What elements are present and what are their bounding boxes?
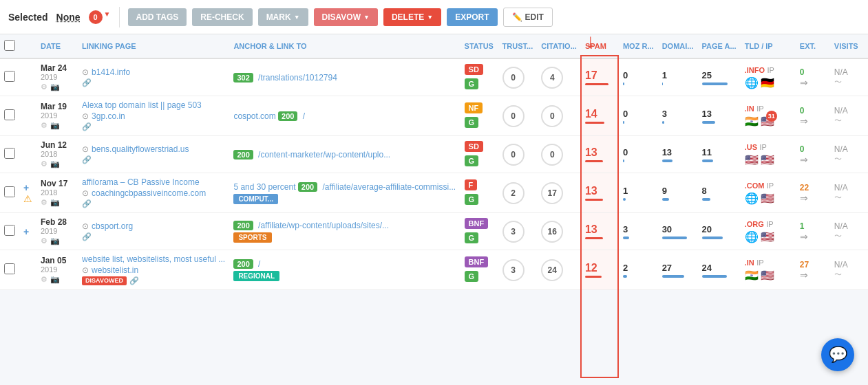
anchor-path[interactable]: /content-marketer/wp-content/uplo... [258,150,390,160]
camera-icon[interactable]: 📷 [50,82,60,91]
row-checkbox[interactable] [4,263,15,274]
tld-ip-label: IP [767,182,774,190]
settings-icon[interactable]: ⚙ [41,160,47,168]
status-top-badge: F [465,179,494,192]
date-year: 2019 [41,73,74,81]
camera-icon[interactable]: 📷 [50,275,60,284]
visits-column-header[interactable]: VISITS [830,34,868,58]
date-cell: Feb 28 2019 ⚙ 📷 [36,213,78,250]
chevron-down-icon[interactable]: ▼ [104,10,111,24]
trust-cell: 3 [498,250,538,290]
ext-value: 22 [800,183,809,192]
checkbox-all-header[interactable] [0,34,19,58]
row-checkbox-cell[interactable] [0,96,19,136]
flag2-icon: 🇺🇸 [761,230,774,243]
page-column-header[interactable]: PAGE A... [698,34,741,58]
date-column-header[interactable]: DATE [36,34,78,58]
export-button[interactable]: EXPORT [447,8,497,26]
camera-icon[interactable]: 📷 [50,236,60,245]
anchor-link[interactable]: 5 and 30 percent [233,182,295,192]
page-bar [702,275,727,278]
date-year: 2019 [41,111,74,120]
spam-column-header[interactable]: SPAM ↓ [581,34,619,58]
plus-expand-button[interactable]: + [23,182,29,193]
settings-icon[interactable]: ⚙ [41,82,47,91]
settings-icon[interactable]: ⚙ [41,198,47,207]
trend-indicator: 〜 [834,154,864,164]
ext-column-header[interactable]: EXT. [796,34,830,58]
linking-page-link[interactable]: websitelist.in [92,265,138,275]
anchor-path[interactable]: /translations/1012794 [258,73,337,82]
edit-button[interactable]: ✏️ EDIT [503,8,553,27]
camera-icon[interactable]: 📷 [50,160,60,168]
row-checkbox[interactable] [4,71,15,82]
external-link-icon[interactable]: 🔗 [82,155,92,164]
linking-page-row: ⊙ websitelist.in [82,265,225,275]
row-expander-cell: + [19,213,36,250]
external-link-icon[interactable]: 🔗 [82,199,92,208]
linking-page-row: ⊙ bens.qualityflowerstriad.us [82,144,225,154]
moz-bar [623,198,626,201]
citation-column-header[interactable]: CITATIO... [537,34,581,58]
tld-column-header[interactable]: TLD / IP [741,34,796,58]
linking-page-link[interactable]: b1414.info [92,67,130,77]
linking-page-link[interactable]: bens.qualityflowerstriad.us [92,144,189,154]
visits-cell: N/A 〜 [830,58,868,96]
http-status-badge: 302 [233,73,253,82]
re-check-button[interactable]: RE-CHECK [192,8,252,26]
domain-cell: 1 [658,58,698,96]
linking-page-column-header[interactable]: LINKING PAGE [78,34,229,58]
external-link-icon[interactable]: 🔗 [82,122,92,131]
settings-icon[interactable]: ⚙ [41,121,47,130]
moz-column-header[interactable]: MOZ R... [619,34,658,58]
camera-icon[interactable]: 📷 [50,121,60,130]
anchor-column-header[interactable]: ANCHOR & LINK TO [229,34,460,58]
row-checkbox[interactable] [4,225,15,236]
settings-icon[interactable]: ⚙ [41,236,47,245]
selected-label: Selected [8,12,48,23]
add-tags-button[interactable]: ADD TAGS [128,8,187,26]
citation-cell: 4 [537,58,581,96]
external-link-icon[interactable]: 🔗 [129,276,139,285]
anchor-path[interactable]: /affiliate/wp-content/uploads/sites/... [258,221,389,230]
spam-cell: 13 [581,213,619,250]
status-column-header[interactable]: STATUS [461,34,498,58]
row-checkbox[interactable] [4,148,15,159]
row-checkbox-cell[interactable] [0,213,19,250]
row-checkbox-cell[interactable] [0,173,19,213]
moz-bar [623,275,627,278]
flag2-icon: 🇺🇸 [761,153,774,166]
moz-cell: 0 [619,136,658,173]
camera-icon[interactable]: 📷 [50,198,60,207]
anchor-link[interactable]: cospot.com [233,111,275,121]
row-checkbox[interactable] [4,109,15,120]
mark-button[interactable]: MARK [258,8,308,26]
domain-cell: 9 [658,173,698,213]
status-bottom-badge: G [465,194,494,206]
plus-expand-button[interactable]: + [23,226,29,237]
linking-page-link[interactable]: 3gp.co.in [92,111,125,121]
linking-page-cell: ⊙ b1414.info 🔗 [78,58,229,96]
trust-column-header[interactable]: TRUST... [498,34,538,58]
moz-cell: 0 [619,96,658,136]
select-all-checkbox[interactable] [4,40,15,51]
row-checkbox[interactable] [4,186,15,197]
external-link-icon[interactable]: 🔗 [82,78,92,87]
anchor-path[interactable]: /affiliate/average-affiliate-commissi... [323,182,456,192]
linking-page-link[interactable]: cbsport.org [92,221,133,231]
linking-page-link[interactable]: coachingcbpassiveincome.com [92,188,206,198]
delete-button[interactable]: DELETE [383,8,441,26]
linking-page-title[interactable]: affilorama – CB Passive Income [82,177,200,187]
disavow-button[interactable]: DISAVOW [314,8,378,26]
row-checkbox-cell[interactable] [0,58,19,96]
external-link-icon[interactable]: 🔗 [82,232,92,241]
flag-row: 🌐 🇩🇪 [745,76,792,89]
domain-column-header[interactable]: DOMAI... [658,34,698,58]
linking-page-title[interactable]: Alexa top domain list || page 503 [82,100,202,110]
anchor-path[interactable]: / [258,259,260,269]
row-checkbox-cell[interactable] [0,250,19,290]
trend-indicator: 〜 [834,192,864,203]
settings-icon[interactable]: ⚙ [41,275,47,284]
row-checkbox-cell[interactable] [0,136,19,173]
linking-page-title[interactable]: website list, websitelists, most useful … [82,254,225,264]
